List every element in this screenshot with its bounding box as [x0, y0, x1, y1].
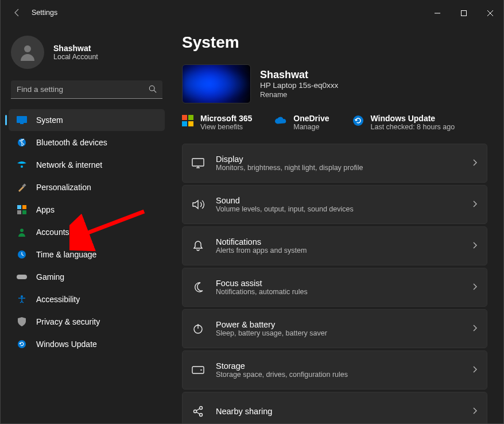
- wifi-icon: [17, 160, 27, 170]
- card-sub: Alerts from apps and system: [216, 246, 473, 255]
- sidebar-item-label: Windows Update: [36, 340, 97, 349]
- svg-point-19: [21, 295, 23, 298]
- svg-point-20: [18, 340, 26, 348]
- card-display[interactable]: DisplayMonitors, brightness, night light…: [182, 144, 487, 183]
- back-button[interactable]: [9, 4, 26, 21]
- sidebar-item-label: Gaming: [36, 272, 64, 282]
- card-nearby-sharing[interactable]: Nearby sharing: [182, 392, 487, 423]
- shield-icon: [17, 317, 27, 327]
- sidebar-item-label: System: [36, 115, 63, 125]
- services-row: Microsoft 365View benefitsOneDriveManage…: [182, 114, 487, 131]
- sidebar-item-windows-update[interactable]: Windows Update: [9, 333, 165, 355]
- chevron-right-icon: [473, 323, 478, 334]
- svg-rect-24: [188, 121, 193, 126]
- person-icon: [17, 227, 27, 237]
- window-title: Settings: [32, 9, 57, 17]
- share-icon: [192, 405, 204, 418]
- card-title: Nearby sharing: [216, 407, 473, 416]
- update-icon: [17, 339, 27, 349]
- close-button[interactable]: [477, 5, 503, 21]
- card-storage[interactable]: StorageStorage space, drives, configurat…: [182, 350, 487, 390]
- sidebar-item-privacy-security[interactable]: Privacy & security: [9, 311, 165, 333]
- card-notifications[interactable]: NotificationsAlerts from apps and system: [182, 226, 487, 265]
- svg-rect-8: [20, 123, 24, 124]
- service-microsoft-[interactable]: Microsoft 365View benefits: [182, 114, 252, 131]
- sidebar-item-system[interactable]: System: [9, 109, 165, 131]
- user-account-type: Local Account: [53, 53, 98, 61]
- service-windows-update[interactable]: Windows UpdateLast checked: 8 hours ago: [352, 114, 455, 131]
- service-title: Windows Update: [371, 114, 455, 123]
- sidebar-item-network-internet[interactable]: Network & internet: [9, 154, 165, 176]
- sidebar-item-gaming[interactable]: Gaming: [9, 266, 165, 288]
- svg-point-33: [194, 410, 197, 413]
- sidebar-item-label: Accessibility: [36, 295, 80, 304]
- service-title: OneDrive: [293, 114, 329, 123]
- minimize-button[interactable]: [424, 5, 451, 21]
- card-title: Power & battery: [216, 320, 473, 329]
- card-focus-assist[interactable]: Focus assistNotifications, automatic rul…: [182, 268, 487, 307]
- titlebar: Settings: [1, 0, 503, 25]
- sound-icon: [192, 198, 204, 211]
- svg-point-34: [200, 407, 203, 410]
- card-sound[interactable]: SoundVolume levels, output, input, sound…: [182, 185, 487, 224]
- card-sub: Volume levels, output, input, sound devi…: [216, 205, 473, 213]
- apps-icon: [17, 205, 27, 215]
- chevron-right-icon: [473, 365, 478, 375]
- card-sub: Storage space, drives, configuration rul…: [216, 371, 473, 379]
- card-title: Sound: [216, 196, 473, 205]
- maximize-button[interactable]: [451, 5, 477, 21]
- service-sub: Last checked: 8 hours ago: [371, 123, 455, 131]
- chevron-right-icon: [473, 158, 478, 168]
- card-sub: Monitors, brightness, night light, displ…: [216, 164, 473, 172]
- svg-point-25: [353, 115, 363, 126]
- svg-rect-12: [17, 205, 21, 209]
- svg-rect-23: [182, 121, 187, 126]
- device-row: Shashwat HP Laptop 15s-eq0xxx Rename: [182, 64, 487, 103]
- sidebar-item-accounts[interactable]: Accounts: [9, 221, 165, 243]
- sidebar-item-label: Network & internet: [36, 160, 102, 169]
- svg-rect-14: [17, 210, 21, 214]
- sidebar-item-label: Apps: [36, 205, 55, 214]
- card-power-battery[interactable]: Power & batterySleep, battery usage, bat…: [182, 309, 487, 348]
- svg-point-16: [20, 229, 24, 232]
- chevron-right-icon: [473, 406, 478, 417]
- sidebar-item-personalization[interactable]: Personalization: [9, 176, 165, 198]
- moon-icon: [192, 281, 204, 294]
- sidebar-item-bluetooth-devices[interactable]: Bluetooth & devices: [9, 132, 165, 153]
- service-title: Microsoft 365: [200, 114, 252, 123]
- svg-rect-26: [192, 159, 204, 166]
- rename-link[interactable]: Rename: [260, 91, 338, 99]
- settings-cards: DisplayMonitors, brightness, night light…: [182, 144, 487, 423]
- sidebar-item-apps[interactable]: Apps: [9, 199, 165, 221]
- service-sub: Manage: [293, 123, 329, 131]
- service-sub: View benefits: [200, 123, 252, 131]
- nav-list: SystemBluetooth & devicesNetwork & inter…: [5, 109, 168, 355]
- sidebar-item-label: Privacy & security: [36, 317, 100, 326]
- sidebar-item-label: Accounts: [36, 228, 69, 237]
- avatar: [11, 36, 44, 69]
- card-title: Focus assist: [216, 279, 473, 288]
- search-icon: [149, 85, 157, 95]
- user-name: Shashwat: [53, 44, 98, 53]
- sidebar-item-label: Time & language: [36, 250, 96, 259]
- display-icon: [192, 157, 204, 169]
- service-onedrive[interactable]: OneDriveManage: [275, 114, 329, 131]
- window-controls: [424, 3, 503, 22]
- svg-rect-1: [462, 11, 467, 16]
- svg-rect-13: [22, 205, 26, 209]
- user-block[interactable]: Shashwat Local Account: [5, 32, 168, 77]
- svg-line-36: [196, 408, 200, 411]
- sidebar: Shashwat Local Account SystemBluetooth &…: [1, 25, 173, 423]
- search-input[interactable]: [11, 80, 162, 99]
- svg-rect-7: [17, 116, 27, 123]
- sidebar-item-accessibility[interactable]: Accessibility: [9, 288, 165, 310]
- sidebar-item-time-language[interactable]: Time & language: [9, 244, 165, 265]
- card-sub: Sleep, battery usage, battery saver: [216, 329, 473, 337]
- svg-point-35: [200, 414, 203, 417]
- search-box[interactable]: [11, 80, 162, 99]
- storage-icon: [192, 364, 204, 376]
- svg-rect-21: [182, 115, 187, 120]
- chevron-right-icon: [473, 241, 478, 251]
- gamepad-icon: [17, 272, 27, 282]
- main-panel: System Shashwat HP Laptop 15s-eq0xxx Ren…: [173, 25, 503, 423]
